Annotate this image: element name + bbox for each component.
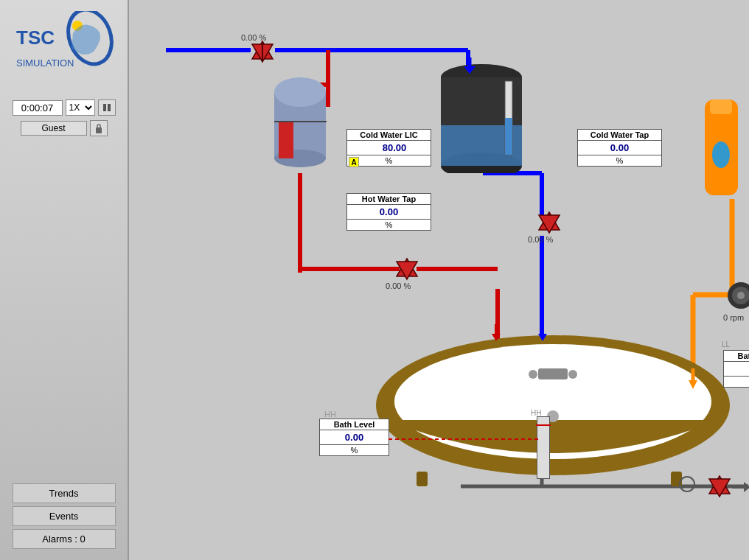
bath-level-hh: HH [324,410,336,419]
svg-rect-4 [103,104,106,111]
svg-marker-74 [689,380,697,389]
hot-valve-value: 0.00 % [386,281,411,290]
alarms-button[interactable]: Alarms : 0 [13,529,116,549]
events-button[interactable]: Events [13,506,116,526]
pump-motor [726,280,749,309]
svg-rect-6 [96,127,102,133]
bath-temp-box[interactable]: Bath Temp 22.6 °C [723,350,749,388]
svg-marker-70 [492,334,501,341]
svg-rect-50 [505,118,512,155]
hot-water-tap-value: 0.00 [347,205,431,220]
cold-water-lic-box[interactable]: Cold Water LIC A 80.00 % [346,129,431,167]
logo-area: TSC SIMULATION [9,7,119,88]
time-display: 0:00:07 [13,100,63,116]
svg-point-58 [737,292,745,299]
cold-valve-area [537,210,562,238]
bath-level-unit: % [320,445,389,455]
bath-temp-title: Bath Temp [724,351,749,362]
svg-rect-55 [710,99,732,114]
lock-button[interactable] [90,120,108,136]
svg-text:TSC: TSC [16,27,55,49]
bath-temp-ll: LL [722,340,730,349]
hot-valve-area [394,256,419,284]
bath-level-title: Bath Level [320,419,389,430]
hot-water-tap-box[interactable]: Hot Water Tap 0.00 % [346,193,431,231]
speed-select[interactable]: 1X [66,99,95,116]
tsc-logo: TSC SIMULATION [13,11,116,85]
tank-fill-arrow [462,57,477,74]
pump-rpm: 0 rpm [723,313,744,322]
hot-valve-icon[interactable] [394,256,419,281]
hot-tap-arrow [490,324,502,343]
top-valve-icon[interactable] [249,38,276,65]
svg-point-66 [529,370,537,379]
bath-level-box[interactable]: Bath Level 0.00 % [319,419,389,456]
cold-tap-arrow [537,324,548,343]
shower-dispenser [701,96,738,199]
svg-rect-5 [108,104,111,111]
bath-level-value: 0.00 [320,430,389,445]
top-valve-value: 0.00 % [241,33,266,42]
time-speed-row: 0:00:07 1X [13,99,116,116]
cold-water-tap-box[interactable]: Cold Water Tap 0.00 % [577,129,662,167]
svg-point-54 [712,141,730,168]
bath-hh-label: HH [531,409,541,417]
svg-point-68 [680,477,694,491]
sidebar-bottom: Trends Events Alarms : 0 [0,483,128,560]
cold-valve-label: 0.00 % [528,235,553,244]
cold-water-lic-title: Cold Water LIC [347,130,431,141]
cold-water-tap-unit: % [578,155,661,166]
bath-temp-unit: °C [724,377,749,387]
bath-temp-value: 22.6 [724,362,749,377]
trends-button[interactable]: Trends [13,483,116,503]
pump-rpm-value: 0 rpm [723,313,744,322]
main-area: 0.00 % 0.00 % 0.00 % [129,0,749,560]
cold-water-tank [437,59,526,169]
drain-circle-left [678,475,697,494]
cold-water-lic-unit: % [347,155,431,166]
svg-point-67 [568,370,577,379]
pause-button[interactable] [98,99,116,116]
drain-arrow [732,479,749,495]
cold-water-tap-title: Cold Water Tap [578,130,661,141]
bath-level-gauge [537,416,550,479]
sidebar: TSC SIMULATION 0:00:07 1X Guest [0,0,129,560]
guest-button[interactable]: Guest [21,121,87,136]
svg-marker-52 [464,66,475,74]
svg-rect-41 [279,122,293,158]
level-gauge-line [389,435,540,444]
svg-text:SIMULATION: SIMULATION [16,57,74,69]
cold-valve-icon[interactable] [537,210,562,235]
svg-point-43 [274,77,326,107]
svg-marker-72 [538,334,547,341]
svg-rect-65 [538,368,568,379]
cold-water-tap-value: 0.00 [578,141,661,155]
controls-area: 0:00:07 1X Guest [5,99,123,136]
svg-rect-62 [417,472,428,486]
guest-row: Guest [21,120,108,136]
expansion-vessel [273,70,328,173]
top-valve-label: 0.00 % [241,33,266,42]
alarm-indicator: A [349,157,359,167]
hot-water-tap-unit: % [347,220,431,230]
svg-marker-37 [744,482,749,492]
top-valve-area [249,38,276,68]
cold-water-lic-value: 80.00 [347,141,431,155]
hot-valve-label: 0.00 % [386,281,411,290]
cold-valve-value: 0.00 % [528,235,553,244]
hot-water-tap-title: Hot Water Tap [347,194,431,205]
orange-tap-arrow [687,368,699,391]
